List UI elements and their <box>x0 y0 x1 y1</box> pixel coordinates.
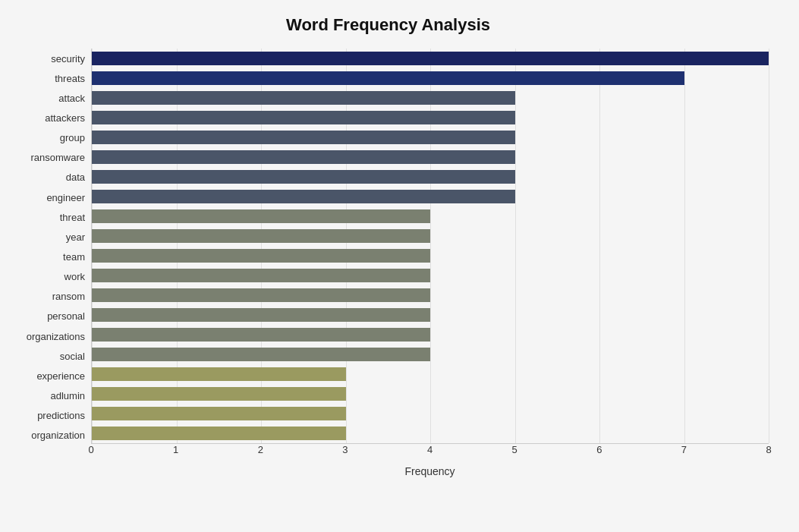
bar-row <box>92 187 769 206</box>
grid-line <box>769 49 769 443</box>
bar <box>92 328 430 342</box>
bar-row <box>92 364 769 384</box>
chart-container: Word Frequency Analysis securitythreatsa… <box>0 0 799 532</box>
bar-row <box>92 167 769 187</box>
bar-row <box>92 226 769 246</box>
y-label: engineer <box>46 187 85 207</box>
bar <box>92 52 769 65</box>
y-label: threat <box>60 207 85 227</box>
bar-row <box>92 384 769 404</box>
bars-area: 012345678 Frequency <box>91 49 769 467</box>
bar-row <box>92 325 769 345</box>
bar-row <box>92 68 769 88</box>
x-tick-label: 4 <box>427 444 433 455</box>
bar <box>92 111 515 124</box>
bar-row <box>92 108 769 127</box>
y-label: security <box>51 49 85 68</box>
y-label: experience <box>36 366 85 386</box>
y-label: personal <box>47 307 85 326</box>
bar <box>92 427 346 440</box>
bar-row <box>92 246 769 266</box>
bar <box>92 288 430 302</box>
bar <box>92 269 430 282</box>
bar-row <box>92 206 769 226</box>
bar <box>92 348 430 361</box>
y-label: group <box>60 128 85 148</box>
bar <box>92 190 515 203</box>
x-tick-label: 3 <box>342 444 348 455</box>
bar <box>92 249 430 263</box>
bar-row <box>92 285 769 305</box>
bar <box>92 131 515 144</box>
y-label: threats <box>55 68 85 88</box>
bar-row <box>92 305 769 325</box>
bar <box>92 170 515 184</box>
x-tick-label: 0 <box>88 444 93 455</box>
bars-inner <box>91 49 769 444</box>
x-axis-title: Frequency <box>91 465 769 477</box>
y-label: adlumin <box>50 386 85 405</box>
bar-row <box>92 88 769 108</box>
bar <box>92 71 684 85</box>
bar-row <box>92 127 769 147</box>
y-label: predictions <box>37 406 85 426</box>
bar <box>92 209 430 223</box>
bar <box>92 308 430 322</box>
bar <box>92 367 346 381</box>
y-label: ransom <box>52 287 85 307</box>
bar <box>92 407 346 420</box>
bar-row <box>92 345 769 364</box>
y-label: organization <box>31 426 85 445</box>
bar-row <box>92 266 769 285</box>
y-label: data <box>66 168 85 187</box>
y-label: team <box>63 247 85 266</box>
x-tick-label: 7 <box>681 444 687 455</box>
x-tick-label: 1 <box>173 444 178 455</box>
chart-area: securitythreatsattackattackersgroupranso… <box>8 49 769 467</box>
x-tick-label: 6 <box>596 444 602 455</box>
bar-row <box>92 147 769 167</box>
x-tick-label: 5 <box>512 444 517 455</box>
y-label: social <box>60 346 85 366</box>
y-label: year <box>66 227 85 247</box>
x-tick-label: 8 <box>766 444 771 455</box>
bar-row <box>92 423 769 443</box>
y-label: attack <box>58 88 85 108</box>
bar <box>92 91 515 105</box>
y-label: ransomware <box>30 148 85 168</box>
y-axis: securitythreatsattackattackersgroupranso… <box>8 49 91 467</box>
chart-title: Word Frequency Analysis <box>8 15 769 35</box>
bar <box>92 229 430 243</box>
y-label: attackers <box>45 108 85 127</box>
y-label: organizations <box>27 326 85 346</box>
bar <box>92 150 515 164</box>
bar-row <box>92 49 769 68</box>
bar <box>92 387 346 401</box>
bar-row <box>92 404 769 423</box>
x-tick-label: 2 <box>258 444 263 455</box>
y-label: work <box>64 267 85 287</box>
